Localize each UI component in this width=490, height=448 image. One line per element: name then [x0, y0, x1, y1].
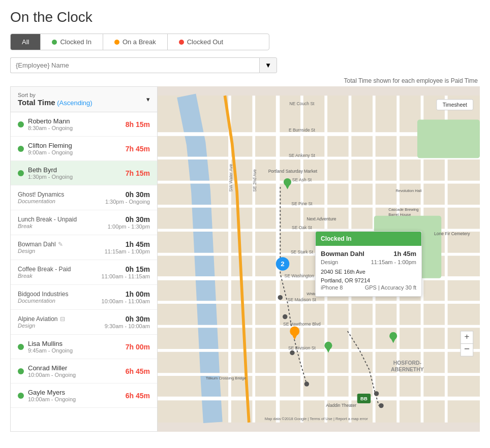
sub-category-bidgood: Documentation: [18, 298, 98, 304]
popup-device: iPhone 8: [321, 284, 343, 291]
sub-info-lunch: Lunch Break - Unpaid Break: [18, 216, 104, 229]
sub-schedule-alpine: 9:30am - 10:00am: [105, 323, 150, 329]
emp-time-beth: 7h 15m: [126, 169, 150, 177]
sub-info-coffee: Coffee Break - Paid Break: [18, 266, 98, 279]
emp-time-lisa: 7h 00m: [126, 343, 150, 351]
paid-time-note: Total Time shown for each employee is Pa…: [10, 77, 480, 84]
sub-entry-ghost-dynamics[interactable]: Ghost! Dynamics Documentation 0h 30m 1:3…: [11, 185, 157, 210]
employee-row-roberto-mann[interactable]: Roberto Mann 8:30am - Ongoing 8h 15m: [11, 112, 157, 137]
emp-name-gayle: Gayle Myers: [28, 389, 121, 396]
employee-row-beth-byrd[interactable]: Beth Byrd 1:30pm - Ongoing 7h 15m: [11, 161, 157, 185]
filter-clocked-out-button[interactable]: Clocked Out: [168, 34, 235, 50]
sub-schedule-coffee: 11:00am - 11:15am: [102, 273, 150, 279]
svg-text:Revolution Hall: Revolution Hall: [395, 188, 421, 193]
employee-row-lisa-mullins[interactable]: Lisa Mullins 9:45am - Ongoing 7h 00m: [11, 335, 157, 359]
employee-row-conrad-miller[interactable]: Conrad Miller 10:00am - Ongoing 6h 45m: [11, 359, 157, 383]
svg-text:Map data ©2018 Google | Terms : Map data ©2018 Google | Terms of Use | R…: [265, 417, 369, 421]
sub-name-ghost: Ghost! Dynamics: [18, 191, 101, 198]
emp-info-lisa: Lisa Mullins 9:45am - Ongoing: [28, 340, 121, 354]
sub-entry-lunch-break[interactable]: Lunch Break - Unpaid Break 0h 30m 1:00pm…: [11, 210, 157, 235]
sort-label: Sort by: [18, 92, 93, 98]
svg-text:HOSFORD-: HOSFORD-: [393, 360, 422, 366]
sub-name-alpine: Alpine Aviation: [18, 315, 58, 323]
main-content: Sort by Total Time (Ascending) ▾ Roberto…: [10, 86, 480, 432]
emp-name-roberto: Roberto Mann: [28, 117, 121, 125]
svg-text:SE Oak St: SE Oak St: [292, 225, 312, 230]
emp-time-roberto: 8h 15m: [126, 120, 150, 129]
status-dot-lisa: [18, 344, 24, 350]
emp-name-clifton: Clifton Fleming: [28, 142, 121, 149]
svg-text:ABERNETHY: ABERNETHY: [391, 367, 424, 372]
filter-clocked-in-button[interactable]: Clocked In: [41, 34, 103, 50]
search-input[interactable]: [10, 57, 259, 73]
employee-row-clifton-fleming[interactable]: Clifton Fleming 9:00am - Ongoing 7h 45m: [11, 137, 157, 161]
sub-schedule-bidgood: 10:00am - 11:00am: [102, 298, 150, 304]
sort-value: Total Time: [18, 98, 55, 107]
svg-point-70: [374, 391, 379, 396]
popup-employee-time: 1h 45m: [393, 250, 416, 258]
popup-device-row: iPhone 8 GPS | Accuracy 30 ft: [321, 284, 416, 291]
sub-entry-bidgood[interactable]: Bidgood Industries Documentation 1h 00m …: [11, 285, 157, 310]
popup-address1: 2040 SE 16th Ave: [321, 269, 416, 275]
filter-all-button[interactable]: All: [11, 34, 41, 50]
sub-entry-coffee-break[interactable]: Coffee Break - Paid Break 0h 15m 11:00am…: [11, 260, 157, 285]
employee-row-gayle-myers[interactable]: Gayle Myers 10:00am - Ongoing 6h 45m: [11, 383, 157, 408]
emp-info-clifton: Clifton Fleming 9:00am - Ongoing: [28, 142, 121, 155]
svg-text:Aladdin Theater: Aladdin Theater: [326, 403, 356, 408]
emp-schedule-clifton: 9:00am - Ongoing: [28, 149, 121, 155]
emp-time-conrad: 6h 45m: [126, 367, 150, 375]
clocked-in-dot: [52, 40, 57, 45]
clocked-out-dot: [179, 40, 184, 45]
svg-text:SE Pine St: SE Pine St: [291, 201, 313, 206]
sub-schedule-ghost: 1:30pm - Ongoing: [105, 199, 150, 205]
svg-text:SE Washington St: SE Washington St: [285, 273, 320, 278]
emp-schedule-gayle: 10:00am - Ongoing: [28, 396, 121, 402]
employee-list: Sort by Total Time (Ascending) ▾ Roberto…: [10, 86, 158, 432]
sub-name-lunch: Lunch Break - Unpaid: [18, 216, 104, 223]
sub-time-ghost: 0h 30m: [105, 190, 150, 199]
svg-point-66: [278, 295, 283, 300]
status-dot-conrad: [18, 368, 24, 374]
status-dot-roberto: [18, 121, 24, 127]
emp-info-conrad: Conrad Miller 10:00am - Ongoing: [28, 364, 121, 378]
svg-text:−: −: [464, 343, 470, 354]
sub-time-alpine: 0h 30m: [105, 315, 150, 323]
sort-header[interactable]: Sort by Total Time (Ascending) ▾: [11, 87, 157, 112]
sub-info-bowman: Bowman Dahl ✎ Design: [18, 241, 101, 254]
sort-chevron-icon: ▾: [146, 95, 150, 103]
svg-text:SE Stark St: SE Stark St: [291, 249, 314, 254]
sub-name-coffee: Coffee Break - Paid: [18, 266, 98, 273]
sub-entry-bowman-dahl[interactable]: Bowman Dahl ✎ Design 1h 45m 11:15am - 1:…: [11, 235, 157, 260]
popup-body: Bowman Dahl 1h 45m Design 11:15am - 1:00…: [316, 246, 421, 296]
sub-schedule-lunch: 1:00pm - 1:30pm: [108, 223, 150, 230]
search-dropdown-button[interactable]: ▼: [259, 57, 277, 73]
emp-name-conrad: Conrad Miller: [28, 364, 121, 372]
edit-icon-bowman[interactable]: ✎: [58, 241, 63, 248]
popup-address2: Portland, OR 97214: [321, 277, 416, 283]
sub-category-bowman: Design: [18, 248, 101, 254]
svg-text:Timesheet: Timesheet: [443, 102, 467, 108]
svg-text:Lone Fir Cemetery: Lone Fir Cemetery: [434, 231, 470, 236]
map-container: Colonel Summers Park NE Couch St E Burns…: [158, 86, 480, 432]
edit-icon-alpine[interactable]: ⊟: [60, 315, 65, 323]
filter-on-break-label: On a Break: [122, 38, 156, 46]
filter-all-label: All: [22, 38, 29, 46]
svg-text:SE Hawthorne Blvd: SE Hawthorne Blvd: [283, 322, 321, 327]
sub-time-bowman: 1h 45m: [105, 240, 150, 248]
sub-category-lunch: Break: [18, 223, 104, 229]
sub-category-alpine: Design: [18, 323, 101, 329]
svg-text:E Burnside St: E Burnside St: [289, 127, 316, 133]
on-break-dot: [114, 40, 119, 45]
svg-text:2: 2: [281, 260, 284, 268]
popup-category: Design: [321, 259, 338, 265]
emp-schedule-conrad: 10:00am - Ongoing: [28, 372, 121, 378]
emp-time-gayle: 6h 45m: [126, 392, 150, 400]
status-dot-clifton: [18, 146, 24, 152]
sub-name-bowman: Bowman Dahl: [18, 241, 56, 248]
sub-entry-alpine-aviation[interactable]: Alpine Aviation ⊟ Design 0h 30m 9:30am -…: [11, 310, 157, 335]
map-popup: Clocked In Bowman Dahl 1h 45m Design 11:…: [315, 231, 422, 297]
popup-schedule: 11:15am - 1:00pm: [371, 259, 416, 265]
sub-category-ghost: Documentation: [18, 198, 101, 204]
status-dot-gayle: [18, 393, 24, 399]
filter-on-break-button[interactable]: On a Break: [103, 34, 168, 50]
